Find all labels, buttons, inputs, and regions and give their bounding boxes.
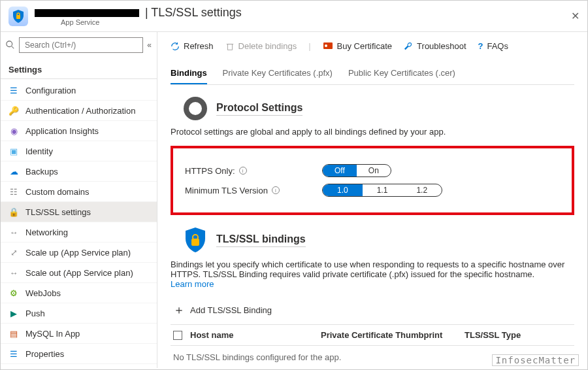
toggle-option-1-2[interactable]: 1.2 (402, 184, 442, 196)
blade-header: | TLS/SSL settings App Service ✕ (1, 1, 587, 32)
question-icon: ? (478, 41, 483, 51)
sidebar-item-mysql-in-app[interactable]: ▤MySQL In App (1, 324, 157, 344)
search-icon (6, 41, 15, 50)
props-icon: ☰ (8, 348, 19, 359)
bindings-table-header: Host name Private Certificate Thumbprint… (171, 325, 574, 346)
sidebar-item-label: Networking (25, 227, 68, 237)
sidebar-item-label: TLS/SSL settings (25, 207, 91, 217)
sidebar: « Settings ☰Configuration🔑Authentication… (1, 32, 157, 368)
sidebar-search-input[interactable] (19, 37, 143, 53)
min-tls-toggle[interactable]: 1.01.11.2 (322, 184, 442, 197)
toggle-option-on[interactable]: On (357, 165, 391, 177)
identity-icon: ▣ (8, 146, 19, 156)
toggle-option-off[interactable]: Off (323, 165, 357, 177)
tabs: BindingsPrivate Key Certificates (.pfx)P… (171, 63, 574, 85)
https-only-label: HTTPS Only: (185, 166, 235, 176)
network-icon: ↔ (8, 227, 19, 237)
insights-icon: ◉ (8, 126, 19, 136)
watermark: InfosecMatter (492, 354, 579, 366)
info-icon[interactable]: i (272, 186, 280, 194)
globe-icon: ☷ (8, 186, 19, 197)
toolbar: Refresh Delete bindings | Buy Certificat… (171, 39, 574, 58)
close-button[interactable]: ✕ (571, 10, 580, 22)
sidebar-item-identity[interactable]: ▣Identity (1, 141, 157, 161)
sidebar-item-scale-out-app-service-plan-[interactable]: ↔Scale out (App Service plan) (1, 263, 157, 283)
toggle-option-1-0[interactable]: 1.0 (323, 184, 363, 196)
refresh-button[interactable]: Refresh (171, 41, 214, 51)
bindings-description: Bindings let you specify which certifica… (171, 260, 564, 279)
sidebar-item-backups[interactable]: ☁Backups (1, 161, 157, 182)
sidebar-item-label: Properties (25, 349, 64, 359)
backup-icon: ☁ (8, 166, 19, 177)
page-title: | TLS/SSL settings (35, 6, 242, 20)
svg-line-3 (12, 46, 14, 49)
svg-point-7 (325, 44, 327, 47)
push-icon: ▶ (8, 308, 19, 318)
sidebar-section-heading: Settings (1, 58, 157, 79)
sidebar-item-label: Push (25, 309, 45, 318)
sidebar-item-label: Scale up (App Service plan) (25, 248, 131, 258)
protocol-settings-description: Protocol settings are global and apply t… (171, 127, 574, 137)
info-icon[interactable]: i (239, 167, 247, 175)
gear-icon (184, 97, 207, 120)
sidebar-item-push[interactable]: ▶Push (1, 303, 157, 324)
main-content: Refresh Delete bindings | Buy Certificat… (157, 32, 587, 368)
plus-icon: ＋ (173, 302, 185, 318)
svg-point-2 (7, 41, 12, 47)
sidebar-item-application-insights[interactable]: ◉Application Insights (1, 121, 157, 141)
sidebar-item-label: Backups (25, 167, 58, 177)
sidebar-item-webjobs[interactable]: ⚙WebJobs (1, 283, 157, 303)
buy-certificate-button[interactable]: Buy Certificate (323, 41, 393, 51)
sidebar-item-properties[interactable]: ☰Properties (1, 344, 157, 364)
sidebar-item-authentication-authorization[interactable]: 🔑Authentication / Authorization (1, 101, 157, 121)
faqs-button[interactable]: ? FAQs (478, 41, 508, 51)
svg-rect-4 (227, 44, 232, 50)
sidebar-item-label: Identity (25, 146, 53, 156)
certificate-icon (323, 42, 333, 51)
sidebar-item-label: WebJobs (25, 288, 61, 298)
sidebar-item-label: Configuration (25, 86, 76, 95)
tab-private-key-certificates-pfx-[interactable]: Private Key Certificates (.pfx) (223, 63, 333, 84)
highlighted-settings-box: HTTPS Only: i OffOn Minimum TLS Version … (171, 146, 574, 215)
delete-bindings-button: Delete bindings (225, 41, 297, 51)
col-hostname: Host name (190, 330, 321, 340)
https-only-toggle[interactable]: OffOn (322, 164, 391, 177)
sidebar-item-configuration[interactable]: ☰Configuration (1, 80, 157, 101)
collapse-sidebar-button[interactable]: « (147, 41, 152, 50)
sidebar-item-label: Authentication / Authorization (25, 106, 135, 116)
key-icon: 🔑 (8, 105, 19, 116)
scaleout-icon: ↔ (8, 267, 19, 278)
lock-icon: 🔒 (8, 207, 19, 217)
sidebar-item-scale-up-app-service-plan-[interactable]: ⤢Scale up (App Service plan) (1, 243, 157, 263)
troubleshoot-button[interactable]: Troubleshoot (404, 41, 466, 51)
shield-app-icon (8, 7, 28, 26)
tab-bindings[interactable]: Bindings (171, 63, 207, 84)
sidebar-item-networking[interactable]: ↔Networking (1, 222, 157, 243)
refresh-icon (171, 42, 180, 51)
col-ssltype: TLS/SSL Type (465, 330, 543, 340)
learn-more-link[interactable]: Learn more (171, 279, 214, 289)
select-all-checkbox[interactable] (173, 331, 182, 340)
col-thumbprint: Private Certificate Thumbprint (321, 330, 465, 340)
mysql-icon: ▤ (8, 328, 19, 339)
sidebar-item-label: Scale out (App Service plan) (25, 268, 133, 278)
sidebar-item-tls-ssl-settings[interactable]: 🔒TLS/SSL settings (1, 202, 157, 222)
sidebar-item-custom-domains[interactable]: ☷Custom domains (1, 182, 157, 202)
toggle-option-1-1[interactable]: 1.1 (363, 184, 402, 196)
protocol-settings-heading: Protocol Settings (216, 102, 302, 116)
scaleup-icon: ⤢ (8, 247, 19, 258)
trash-icon (225, 42, 235, 51)
tls-bindings-heading: TLS/SSL bindings (216, 233, 306, 247)
sidebar-item-label: MySQL In App (25, 329, 80, 339)
tab-public-key-certificates-cer-[interactable]: Public Key Certificates (.cer) (348, 63, 455, 84)
add-binding-button[interactable]: ＋ Add TLS/SSL Binding (171, 295, 574, 325)
sliders-icon: ☰ (8, 85, 19, 95)
min-tls-label: Minimum TLS Version (185, 186, 268, 195)
shield-lock-icon (184, 227, 207, 253)
sidebar-item-label: Custom domains (25, 187, 90, 197)
sidebar-item-label: Application Insights (25, 126, 99, 136)
wrench-icon (404, 42, 413, 51)
title-suffix: | TLS/SSL settings (142, 6, 242, 19)
sidebar-item-locks[interactable]: 🔒Locks (1, 364, 157, 368)
webjobs-icon: ⚙ (8, 288, 19, 298)
